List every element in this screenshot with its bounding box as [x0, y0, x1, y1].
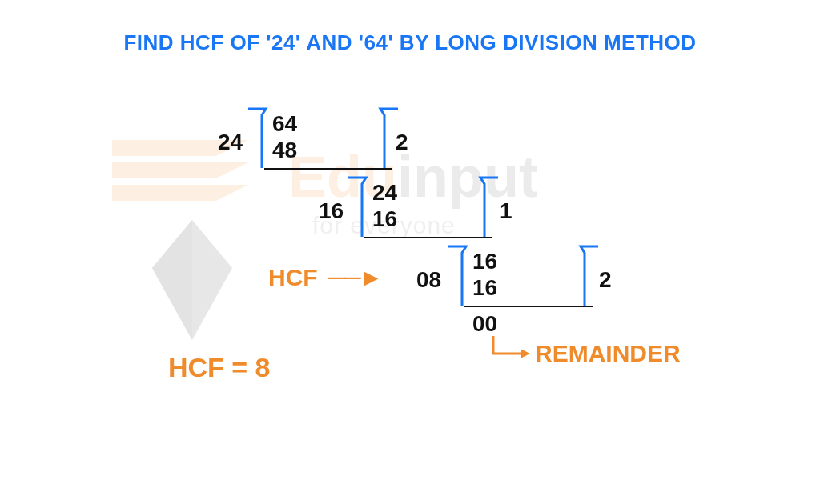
svg-marker-5: [521, 349, 530, 358]
step1-divisor: 24: [218, 130, 243, 155]
arrow-right-icon: ──►: [328, 264, 381, 291]
step1-subtraction-line: [264, 168, 392, 170]
division-bracket-3: [440, 242, 625, 322]
step3-divisor: 08: [416, 267, 441, 293]
arrow-down-right-icon: [487, 336, 535, 376]
step1-product: 48: [272, 137, 297, 163]
step1-dividend: 64: [272, 110, 297, 137]
pen-icon: [144, 220, 240, 348]
remainder-label: REMAINDER: [535, 340, 681, 367]
svg-marker-1: [112, 162, 248, 178]
division-bracket-2: [340, 173, 525, 253]
final-remainder: 00: [472, 310, 497, 337]
diagram-stage: Eduinput for everyone 24 64 48 2 16 24 1…: [0, 96, 820, 472]
page-title: FIND HCF OF '24' AND '64' BY LONG DIVISI…: [0, 0, 820, 55]
hcf-result: HCF = 8: [168, 352, 271, 383]
step2-subtraction-line: [364, 237, 492, 238]
step2-dividend: 24: [372, 179, 397, 206]
step3-product: 16: [472, 274, 497, 301]
step1-quotient: 2: [396, 130, 408, 155]
step3-quotient: 2: [599, 267, 612, 293]
svg-marker-3: [152, 220, 232, 340]
step2-product: 16: [372, 206, 397, 232]
step3-subtraction-line: [464, 306, 593, 307]
step2-divisor: 16: [319, 198, 344, 224]
step3-dividend: 16: [472, 248, 497, 274]
hcf-label: HCF: [268, 264, 318, 291]
svg-marker-4: [152, 220, 192, 340]
step2-quotient: 1: [500, 198, 512, 224]
svg-marker-2: [112, 185, 248, 201]
